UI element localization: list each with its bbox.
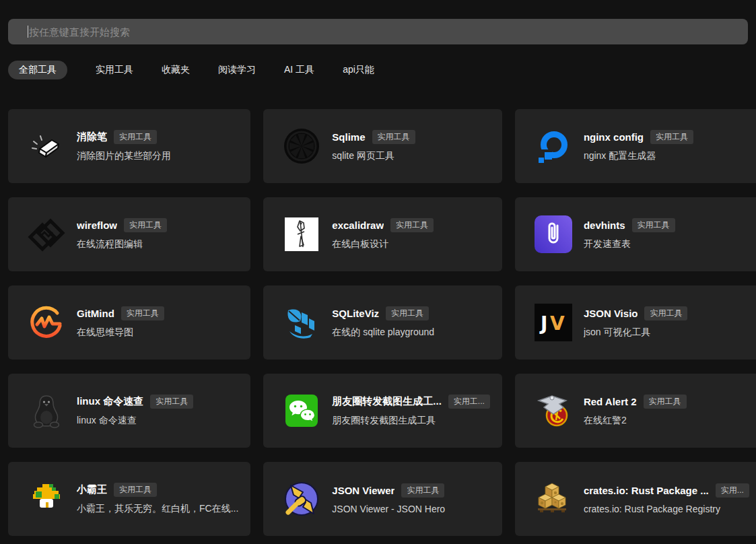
eraser-icon bbox=[27, 127, 66, 166]
tab-all-tools[interactable]: 全部工具 bbox=[8, 61, 67, 79]
tool-card[interactable]: 朋友圈转发截图生成工... 实用工... 朋友圈转发截图生成工具 bbox=[263, 374, 502, 448]
tool-description: 朋友圈转发截图生成工具 bbox=[332, 415, 490, 427]
tool-category-badge: 实用工具 bbox=[124, 218, 167, 232]
tool-card[interactable]: linux 命令速查 实用工具 linux 命令速查 bbox=[8, 374, 250, 448]
tab-ai-tools[interactable]: AI 工具 bbox=[284, 64, 314, 76]
red-alert-emblem-icon bbox=[534, 391, 573, 430]
tool-description: json 可视化工具 bbox=[584, 327, 749, 339]
tool-description: linux 命令速查 bbox=[77, 415, 238, 427]
sqliteviz-leaf-icon bbox=[282, 303, 321, 342]
tool-description: crates.io: Rust Package Registry bbox=[584, 504, 749, 514]
tool-category-badge: 实用工具 bbox=[114, 130, 157, 144]
tool-description: 在线流程图编辑 bbox=[77, 238, 238, 250]
pixel-mushroom-icon bbox=[27, 479, 66, 518]
tool-title: wireflow bbox=[77, 219, 117, 231]
tool-title: devhints bbox=[584, 219, 625, 231]
tool-category-badge: 实用工具 bbox=[150, 395, 193, 409]
tool-launcher-page: 全部工具实用工具收藏夹阅读学习AI 工具api只能 消除笔 实用工具 消除图片的… bbox=[0, 19, 756, 536]
tool-title: JSON Viewer bbox=[332, 485, 394, 496]
tool-category-badge: 实用工具 bbox=[632, 218, 675, 232]
tool-card[interactable]: wireflow 实用工具 在线流程图编辑 bbox=[8, 197, 250, 271]
tool-description: 小霸王，其乐无穷。红白机，FC在线... bbox=[77, 503, 238, 515]
gitmind-icon bbox=[27, 303, 66, 342]
cargo-crates-icon bbox=[534, 479, 573, 518]
tool-title: SQLiteViz bbox=[332, 308, 379, 319]
text-cursor bbox=[28, 26, 28, 38]
tool-category-badge: 实用工具 bbox=[644, 306, 687, 320]
tool-title: JSON Visio bbox=[584, 308, 638, 319]
tool-category-badge: 实用工具 bbox=[650, 130, 693, 144]
tab-reading-study[interactable]: 阅读学习 bbox=[218, 64, 256, 76]
tool-card[interactable]: Sqlime 实用工具 sqlite 网页工具 bbox=[263, 109, 502, 183]
tab-bar: 全部工具实用工具收藏夹阅读学习AI 工具api只能 bbox=[8, 61, 748, 79]
tool-title: crates.io: Rust Package ... bbox=[584, 485, 709, 496]
tool-card[interactable]: GitMind 实用工具 在线思维导图 bbox=[8, 285, 250, 360]
search-bar[interactable] bbox=[8, 19, 748, 44]
tool-card[interactable]: devhints 实用工具 开发速查表 bbox=[515, 197, 756, 271]
tool-category-badge: 实用... bbox=[716, 483, 749, 498]
tab-favorites[interactable]: 收藏夹 bbox=[162, 64, 190, 76]
tool-category-badge: 实用工具 bbox=[121, 306, 164, 320]
tool-card[interactable]: 消除笔 实用工具 消除图片的某些部分用 bbox=[8, 109, 250, 183]
tool-title: GitMind bbox=[77, 308, 114, 319]
wireflow-diamond-icon bbox=[27, 215, 66, 254]
tool-card[interactable]: crates.io: Rust Package ... 实用... crates… bbox=[515, 462, 756, 536]
tool-category-badge: 实用工具 bbox=[390, 218, 434, 232]
tool-description: 在线的 sqlite playground bbox=[332, 327, 490, 339]
tool-description: 在线红警2 bbox=[584, 415, 749, 427]
tool-category-badge: 实用工具 bbox=[372, 130, 415, 144]
tool-description: sqlite 网页工具 bbox=[332, 150, 490, 162]
tool-grid: 消除笔 实用工具 消除图片的某些部分用 Sqlime 实用工具 sqlite 网… bbox=[8, 109, 748, 536]
digitalocean-icon bbox=[534, 127, 573, 166]
jv-monogram-icon: JV bbox=[534, 303, 573, 342]
tool-description: JSON Viewer - JSON Hero bbox=[332, 504, 490, 514]
tool-category-badge: 实用工... bbox=[448, 395, 490, 409]
tool-title: 消除笔 bbox=[77, 131, 107, 143]
tool-title: nginx config bbox=[584, 131, 644, 143]
tool-description: 在线白板设计 bbox=[332, 238, 490, 250]
tab-api[interactable]: api只能 bbox=[343, 64, 374, 76]
search-input[interactable] bbox=[8, 19, 748, 44]
tool-card[interactable]: nginx config 实用工具 nginx 配置生成器 bbox=[515, 109, 756, 183]
tool-card[interactable]: 小霸王 实用工具 小霸王，其乐无穷。红白机，FC在线... bbox=[8, 462, 250, 536]
tool-title: 小霸王 bbox=[77, 483, 107, 496]
paperclip-icon bbox=[534, 215, 573, 254]
tab-utility-tools[interactable]: 实用工具 bbox=[96, 64, 133, 76]
tool-card[interactable]: JV JSON Visio 实用工具 json 可视化工具 bbox=[515, 285, 756, 360]
tool-card[interactable]: excalidraw 实用工具 在线白板设计 bbox=[263, 197, 502, 271]
tool-category-badge: 实用工具 bbox=[401, 483, 444, 498]
json-hero-bolt-icon bbox=[282, 479, 321, 518]
tool-description: nginx 配置生成器 bbox=[584, 150, 749, 162]
lime-slice-icon bbox=[282, 127, 321, 166]
tool-description: 开发速查表 bbox=[584, 238, 749, 250]
excalidraw-dagger-icon bbox=[282, 215, 321, 254]
tool-card[interactable]: Red Alert 2 实用工具 在线红警2 bbox=[515, 374, 756, 448]
wechat-icon bbox=[282, 391, 321, 430]
tool-title: linux 命令速查 bbox=[77, 395, 143, 408]
tool-description: 消除图片的某些部分用 bbox=[77, 150, 238, 162]
tool-title: Sqlime bbox=[332, 131, 365, 143]
tux-penguin-icon bbox=[27, 391, 66, 430]
svg-text:V: V bbox=[550, 312, 565, 335]
tool-category-badge: 实用工具 bbox=[386, 306, 429, 320]
tool-category-badge: 实用工具 bbox=[644, 395, 687, 409]
tool-category-badge: 实用工具 bbox=[114, 483, 157, 497]
tool-title: Red Alert 2 bbox=[584, 396, 637, 407]
tool-title: excalidraw bbox=[332, 219, 384, 231]
tool-card[interactable]: SQLiteViz 实用工具 在线的 sqlite playground bbox=[263, 285, 502, 360]
tool-description: 在线思维导图 bbox=[77, 327, 238, 339]
tool-card[interactable]: JSON Viewer 实用工具 JSON Viewer - JSON Hero bbox=[263, 462, 502, 536]
svg-text:J: J bbox=[539, 312, 547, 335]
tool-title: 朋友圈转发截图生成工... bbox=[332, 395, 442, 408]
